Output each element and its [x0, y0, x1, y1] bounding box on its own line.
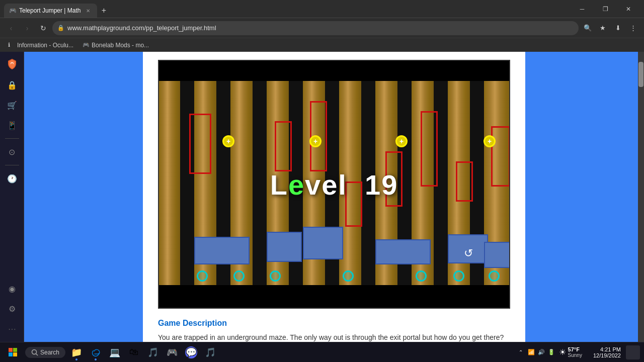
- weather-temp: 57°F: [568, 346, 582, 352]
- sidebar-divider-2: [5, 165, 19, 165]
- obstacle-5: [385, 151, 403, 207]
- sidebar-item-clock[interactable]: 🕐: [3, 169, 21, 188]
- browser-body: 🔒 🛒 📱 ⊙ 🕐 ◉ ⚙ ⋯: [0, 52, 644, 342]
- right-margin: [525, 52, 644, 342]
- bookmark-bonelab[interactable]: 🎮 Bonelab Mods - mo...: [78, 41, 153, 50]
- window-controls: ─ ❐ ✕: [571, 0, 640, 18]
- search-action-button[interactable]: 🔍: [581, 21, 595, 35]
- weather-widget[interactable]: ☀ 57°F Sunny: [559, 346, 582, 358]
- platform-3: [303, 227, 343, 259]
- forward-button[interactable]: ›: [20, 21, 34, 35]
- game-info-section: Game Description You are trapped in an u…: [158, 309, 510, 342]
- svg-point-4: [32, 349, 37, 354]
- taskbar-vscode[interactable]: 💻: [106, 343, 124, 361]
- menu-button[interactable]: ⋮: [626, 21, 640, 35]
- tray-network-icon[interactable]: 📶: [527, 348, 536, 357]
- show-desktop-button[interactable]: [626, 345, 640, 359]
- dark-3: [253, 61, 267, 308]
- sidebar-more-button[interactable]: ⋯: [3, 320, 21, 338]
- dark-5: [325, 61, 339, 308]
- barrier-bottom: [159, 285, 509, 308]
- taskbar-media[interactable]: 🎵: [144, 343, 162, 361]
- main-content-area[interactable]: + + + +: [24, 52, 644, 342]
- player-character: ↺: [461, 244, 476, 262]
- tab-favicon: 🎮: [9, 7, 16, 14]
- dark-6: [361, 61, 375, 308]
- svg-line-5: [36, 353, 38, 355]
- taskbar-edge[interactable]: [87, 343, 105, 361]
- sidebar-item-settings[interactable]: ⚙: [3, 300, 21, 318]
- nav-actions: 🔍 ★ ⬇ ⋮: [581, 21, 640, 35]
- url-display: www.mathplayground.com/pp_teleport_jumpe…: [67, 24, 574, 32]
- favorites-button[interactable]: ★: [596, 21, 610, 35]
- tray-battery-icon[interactable]: 🔋: [547, 348, 556, 357]
- back-button[interactable]: ‹: [4, 21, 18, 35]
- title-bar: 🎮 Teleport Jumper | Math ✕ + ─ ❐ ✕: [0, 0, 644, 18]
- media-icon: 🎵: [147, 347, 158, 358]
- tab-label: Teleport Jumper | Math: [19, 7, 81, 14]
- svg-rect-2: [9, 352, 13, 356]
- download-button[interactable]: ⬇: [611, 21, 625, 35]
- bookmark-favicon-1: ℹ: [8, 42, 15, 49]
- bookmark-information[interactable]: ℹ Information - Oculu...: [4, 41, 77, 50]
- scrollbar-thumb[interactable]: [638, 62, 643, 87]
- sidebar-item-security[interactable]: 🔒: [3, 76, 21, 94]
- coin-3: +: [395, 135, 408, 147]
- taskbar-tiktok[interactable]: 🎵: [201, 343, 219, 361]
- bookmark-favicon-2: 🎮: [83, 42, 90, 49]
- game-container[interactable]: + + + +: [158, 60, 510, 309]
- browser-window: 🎮 Teleport Jumper | Math ✕ + ─ ❐ ✕ ‹ › ↻…: [0, 0, 644, 342]
- sidebar-item-shopping[interactable]: 🛒: [3, 96, 21, 114]
- sidebar-item-mobile[interactable]: 📱: [3, 116, 21, 134]
- game-canvas: + + + +: [159, 61, 509, 308]
- taskbar-clock[interactable]: 4:21 PM 12/19/2022: [593, 346, 621, 358]
- taskbar-apps: 📁 💻 🛍 🎵 🎮 💬 🎵: [67, 343, 219, 361]
- new-tab-button[interactable]: +: [97, 4, 111, 18]
- taskbar-discord[interactable]: 💬: [182, 343, 200, 361]
- teleport-7: [489, 270, 500, 282]
- taskbar-game[interactable]: 🎮: [163, 343, 181, 361]
- navigation-bar: ‹ › ↻ 🔒 www.mathplayground.com/pp_telepo…: [0, 18, 644, 38]
- plank-1: [159, 61, 180, 308]
- tray-expand-button[interactable]: ⌃: [518, 348, 524, 356]
- barrier-top: [159, 61, 509, 81]
- platform-6: [484, 242, 509, 268]
- page-content: + + + +: [143, 52, 525, 342]
- coin-2: +: [309, 135, 321, 147]
- teleport-6: [453, 270, 464, 282]
- edge-dot: [95, 358, 97, 360]
- minimize-button[interactable]: ─: [571, 0, 594, 18]
- maximize-button[interactable]: ❐: [594, 0, 617, 18]
- file-explorer-dot: [75, 358, 77, 360]
- teleport-5: [416, 270, 427, 282]
- platform-4: [375, 239, 431, 264]
- sidebar-item-history[interactable]: ⊙: [3, 143, 21, 161]
- description-title: Game Description: [158, 319, 510, 328]
- refresh-button[interactable]: ↻: [36, 21, 50, 35]
- taskbar-search[interactable]: Search: [25, 347, 65, 358]
- active-tab[interactable]: 🎮 Teleport Jumper | Math ✕: [4, 4, 97, 18]
- taskbar-search-icon: [31, 349, 38, 356]
- teleport-1: [197, 270, 208, 282]
- obstacle-8: [491, 126, 509, 187]
- brave-logo-icon: [6, 58, 18, 70]
- teleport-2: [233, 270, 245, 282]
- sidebar-item-extensions[interactable]: ◉: [3, 280, 21, 298]
- file-explorer-icon: 📁: [71, 347, 82, 358]
- close-button[interactable]: ✕: [617, 0, 640, 18]
- address-bar[interactable]: 🔒 www.mathplayground.com/pp_teleport_jum…: [52, 21, 579, 35]
- taskbar-store[interactable]: 🛍: [125, 343, 143, 361]
- tiktok-icon: 🎵: [205, 347, 216, 358]
- weather-condition: Sunny: [568, 352, 582, 358]
- start-button[interactable]: [4, 343, 22, 361]
- dark-2: [216, 61, 230, 308]
- scrollbar-track[interactable]: [638, 52, 644, 342]
- taskbar-file-explorer[interactable]: 📁: [67, 343, 86, 361]
- discord-icon: 💬: [185, 346, 197, 358]
- game-icon: 🎮: [167, 347, 178, 358]
- tray-sound-icon[interactable]: 🔊: [537, 348, 546, 357]
- platform-1: [194, 237, 250, 264]
- tab-close-button[interactable]: ✕: [84, 7, 92, 15]
- dark-4: [289, 61, 303, 308]
- windows-logo-icon: [9, 348, 18, 357]
